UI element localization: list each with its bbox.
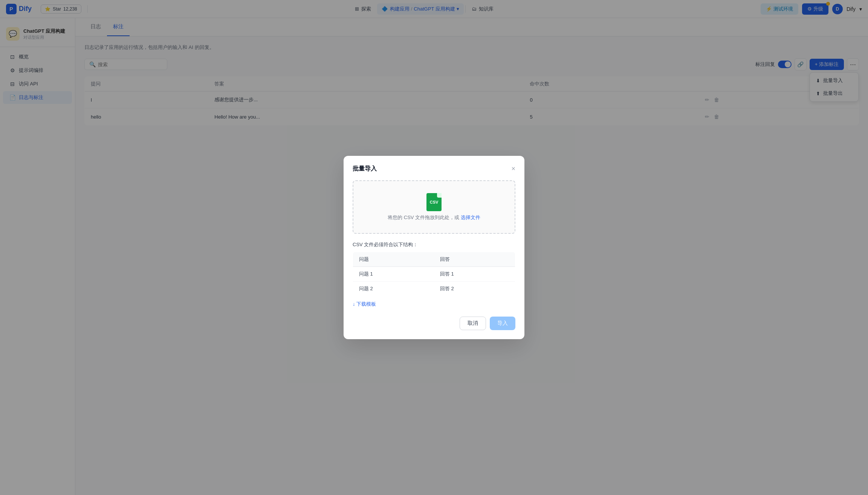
modal-overlay[interactable]: 批量导入 × CSV 将您的 CSV 文件拖放到此处，或 选择文件 CSV 文件…	[0, 0, 868, 495]
modal-footer: 取消 导入	[353, 317, 515, 330]
cancel-button[interactable]: 取消	[460, 317, 486, 330]
upload-instruction: 将您的 CSV 文件拖放到此处，或	[388, 215, 459, 220]
csv-structure-table: 问题 回答 问题 1 回答 1 问题 2 回答 2	[353, 252, 515, 296]
csv-icon-label: CSV	[430, 200, 439, 204]
csv-row-1: 问题 1 回答 1	[353, 267, 515, 282]
csv-row-2: 问题 2 回答 2	[353, 282, 515, 296]
import-button[interactable]: 导入	[490, 317, 515, 330]
modal-close-button[interactable]: ×	[511, 165, 515, 173]
csv-structure-label: CSV 文件必须符合以下结构：	[353, 241, 515, 248]
modal-title: 批量导入	[353, 165, 377, 173]
download-template-link[interactable]: ↓ 下载模板	[353, 301, 515, 308]
csv-cell-a1: 回答 1	[434, 267, 515, 282]
upload-file-link[interactable]: 选择文件	[461, 215, 480, 220]
modal-header: 批量导入 ×	[353, 165, 515, 173]
batch-import-modal: 批量导入 × CSV 将您的 CSV 文件拖放到此处，或 选择文件 CSV 文件…	[344, 156, 524, 339]
csv-cell-q1: 问题 1	[353, 267, 434, 282]
csv-cell-a2: 回答 2	[434, 282, 515, 296]
upload-area[interactable]: CSV 将您的 CSV 文件拖放到此处，或 选择文件	[353, 180, 515, 234]
csv-cell-q2: 问题 2	[353, 282, 434, 296]
csv-col-question: 问题	[353, 252, 434, 267]
csv-col-answer: 回答	[434, 252, 515, 267]
csv-file-icon: CSV	[426, 193, 442, 211]
upload-text: 将您的 CSV 文件拖放到此处，或 选择文件	[388, 214, 480, 221]
